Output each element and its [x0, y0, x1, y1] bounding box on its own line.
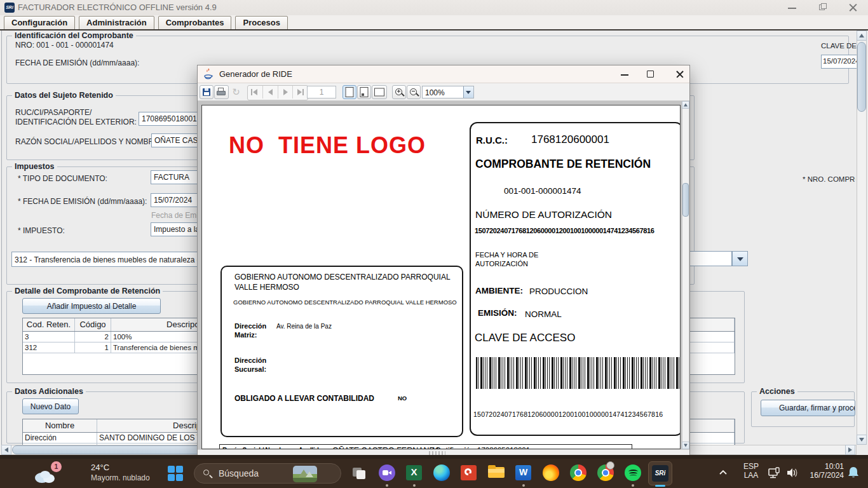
firefox-icon[interactable]	[542, 464, 560, 482]
ride-dialog-title: Generador de RIDE	[219, 69, 292, 79]
search-highlight-image	[293, 466, 317, 482]
group-impuestos-title: Impuestos	[12, 162, 57, 171]
word-icon[interactable]: W	[515, 464, 532, 482]
chat-app-icon[interactable]	[378, 464, 396, 482]
zoom-combo-arrow[interactable]	[463, 86, 473, 98]
file-explorer-icon[interactable]	[487, 464, 505, 482]
spotify-icon[interactable]	[624, 464, 642, 482]
emision-label: EMISIÓN:	[478, 308, 517, 318]
language-indicator[interactable]: ESP LAA	[740, 462, 762, 480]
restore-button[interactable]	[813, 3, 832, 13]
notification-bell-icon[interactable]	[847, 465, 860, 483]
search-placeholder: Búsqueda	[219, 468, 259, 478]
dialog-minimize-button[interactable]	[611, 65, 632, 83]
zoom-in-icon[interactable]	[392, 85, 406, 99]
sri-app-active[interactable]: SRi	[648, 461, 672, 485]
search-box[interactable]: Búsqueda	[194, 463, 341, 484]
group-sujeto-title: Datos del Sujeto Retenido	[12, 91, 116, 100]
ruc-doc-label: R.U.C.:	[476, 135, 508, 146]
ride-document-area: NO TIENE LOGO GOBIERNO AUTONOMO DESCENTR…	[198, 101, 689, 449]
fit-width-view-icon[interactable]	[372, 85, 387, 99]
clave-acceso-label: CLAVE DE A	[821, 42, 857, 50]
single-page-view-icon[interactable]	[342, 85, 356, 99]
fecha-emision-hint: Fecha de Emis	[151, 211, 201, 220]
doc-title: COMPROBANTE DE RETENCIÓN	[475, 158, 651, 171]
close-button[interactable]	[844, 3, 863, 13]
right-combo-arrow[interactable]	[732, 251, 748, 266]
clave-numero: 1507202407176812060000120010010000014741…	[473, 410, 663, 418]
save-icon[interactable]	[200, 85, 214, 99]
adicionales-header-nombre: Nombre	[23, 419, 97, 432]
doc-numero: 001-001-000001474	[504, 186, 581, 196]
chrome-icon[interactable]	[569, 464, 587, 482]
zoom-out-icon[interactable]	[407, 85, 421, 99]
start-button[interactable]	[167, 465, 184, 482]
menu-administracion[interactable]: Administración	[79, 16, 154, 30]
scroll-down-button[interactable]	[857, 435, 867, 445]
zoom-level-combo[interactable]: 100%	[422, 86, 474, 98]
nro-comprobante-label: * NRO. COMPROB	[803, 175, 855, 183]
task-view-icon[interactable]	[351, 464, 369, 482]
vscroll-thumb[interactable]	[857, 42, 866, 112]
dir-sucursal-label: Dirección Sucursal:	[234, 356, 266, 374]
running-dot	[522, 484, 525, 487]
window-title: FACTURADOR ELECTRÓNICO OFFLINE versión 4…	[18, 3, 217, 12]
group-acciones-title: Acciones	[757, 387, 797, 396]
scroll-left-button[interactable]	[1, 445, 11, 455]
weather-temp: 24°C	[91, 463, 109, 472]
detalle-cell: 312	[23, 342, 75, 353]
edge-icon[interactable]	[433, 464, 451, 482]
menu-procesos[interactable]: Procesos	[235, 16, 288, 30]
dialog-close-button[interactable]	[669, 65, 691, 83]
fecha-autorizacion-label: FECHA Y HORA DE AUTORIZACIÓN	[475, 250, 538, 268]
tray-chevron-icon[interactable]	[718, 468, 728, 479]
clock[interactable]: 10:01 16/7/2024	[808, 462, 844, 480]
impuesto-field[interactable]: Impuesto a la	[151, 222, 204, 236]
network-icon[interactable]	[768, 467, 782, 482]
pdf-app-icon[interactable]	[460, 464, 478, 482]
ride-scroll-up-icon[interactable]	[682, 101, 689, 109]
fecha-emision-label: FECHA DE EMISIÓN (dd/mm/aaaa):	[15, 58, 139, 67]
zoom-level-value: 100%	[425, 88, 445, 97]
screen: SRi FACTURADOR ELECTRÓNICO OFFLINE versi…	[0, 0, 868, 488]
fit-page-view-icon[interactable]	[357, 85, 371, 99]
ruc-label-line2: IDENTIFICACIÓN DEL EXTERIOR:	[15, 118, 137, 126]
nuevo-dato-button[interactable]: Nuevo Dato	[22, 398, 79, 414]
group-detalle-title: Detalle del Comprobante de Retención	[12, 287, 163, 295]
group-identificacion-title: Identificación del Comprobante	[12, 31, 136, 40]
ride-dialog-titlebar[interactable]: Generador de RIDE	[198, 65, 689, 83]
excel-icon[interactable]: X	[405, 464, 423, 482]
first-page-icon[interactable]	[248, 86, 263, 98]
page-number-field[interactable]: 1	[307, 86, 336, 98]
ride-vscroll-thumb[interactable]	[682, 183, 689, 217]
anadir-impuesto-button[interactable]: Añadir Impuesto al Detalle	[22, 298, 161, 314]
menu-comprobantes[interactable]: Comprobantes	[158, 16, 232, 30]
profile-badge	[606, 461, 614, 470]
ride-vscrollbar[interactable]	[682, 101, 689, 449]
barcode	[476, 357, 679, 389]
menu-configuracion[interactable]: Configuración	[4, 16, 75, 30]
last-page-icon[interactable]	[293, 86, 308, 98]
tipo-documento-field[interactable]: FACTURA	[151, 170, 204, 184]
panel-left-edge	[1, 30, 2, 445]
print-icon[interactable]	[214, 85, 229, 99]
ambiente-value: PRODUCCION	[529, 287, 588, 296]
taskbar: 1 24°C Mayorm. nublado Búsqueda	[0, 459, 868, 488]
scroll-right-button[interactable]	[845, 445, 855, 455]
chrome-profile-icon[interactable]	[597, 464, 614, 482]
ride-page: NO TIENE LOGO GOBIERNO AUTONOMO DESCENTR…	[201, 105, 681, 449]
volume-icon[interactable]	[786, 467, 799, 481]
ride-scroll-down-icon[interactable]	[682, 442, 689, 449]
minimize-button[interactable]	[783, 3, 802, 13]
ambiente-label: AMBIENTE:	[475, 286, 523, 295]
weather-widget[interactable]: 1 24°C Mayorm. nublado	[29, 461, 131, 485]
fecha-emision-imp-field[interactable]: 15/07/2024	[151, 193, 204, 207]
next-page-icon[interactable]	[278, 86, 294, 98]
scroll-up-button[interactable]	[857, 30, 867, 41]
prev-page-icon[interactable]	[263, 86, 278, 98]
detalle-cell: 1	[75, 342, 111, 353]
detalle-cell: 2	[75, 332, 111, 342]
guardar-firmar-button[interactable]: Guardar, firmar y procesa	[761, 400, 855, 416]
refresh-icon[interactable]: ↻	[229, 85, 243, 99]
dialog-maximize-button[interactable]	[640, 65, 661, 83]
